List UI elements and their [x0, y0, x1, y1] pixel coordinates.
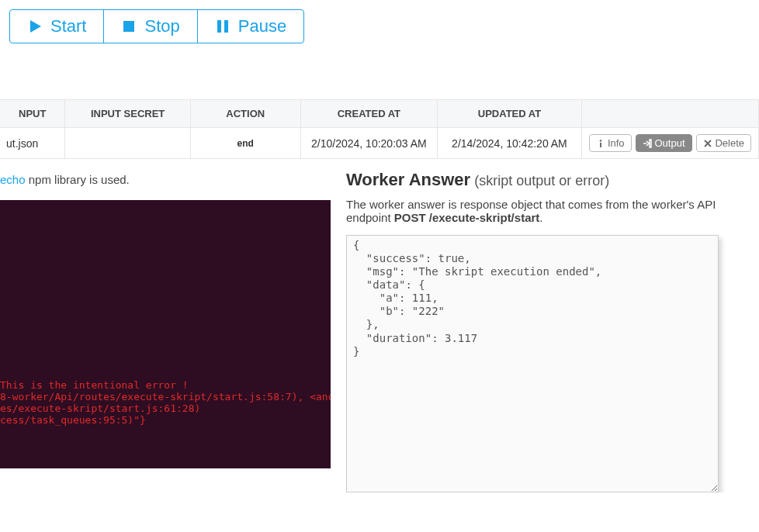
svg-point-3: [600, 140, 602, 142]
jobs-table: NPUT INPUT SECRET ACTION CREATED AT UPDA…: [0, 99, 759, 159]
pause-icon: [215, 19, 230, 34]
svg-rect-4: [600, 143, 601, 147]
start-label: Start: [50, 16, 86, 36]
col-action: ACTION: [190, 100, 300, 128]
output-button[interactable]: Output: [636, 134, 691, 152]
start-button[interactable]: Start: [9, 9, 104, 43]
stop-label: Stop: [144, 16, 179, 36]
info-button[interactable]: Info: [589, 134, 632, 152]
cell-secret: [65, 128, 190, 159]
play-icon: [27, 19, 43, 34]
bottom-section: echo npm library is used. This is the in…: [0, 159, 759, 492]
pause-label: Pause: [238, 16, 286, 36]
cell-input: ut.json: [0, 128, 65, 159]
col-input: NPUT: [0, 100, 65, 128]
table-row: ut.json end 2/10/2024, 10:20:03 AM 2/14/…: [0, 128, 759, 159]
cell-actions: Info Output Delete: [581, 128, 758, 159]
delete-button[interactable]: Delete: [696, 134, 751, 152]
worker-answer-output[interactable]: { "success": true, "msg": "The skript ex…: [346, 235, 719, 492]
table-header-row: NPUT INPUT SECRET ACTION CREATED AT UPDA…: [0, 100, 759, 128]
stop-icon: [121, 19, 137, 34]
pause-button[interactable]: Pause: [197, 9, 304, 43]
cell-updated: 2/14/2024, 10:42:20 AM: [438, 128, 582, 159]
control-toolbar: Start Stop Pause: [0, 0, 759, 53]
cell-created: 2/10/2024, 10:20:03 AM: [300, 128, 437, 159]
worker-answer-panel: Worker Answer (skript output or error) T…: [331, 159, 759, 492]
library-text: npm library is used.: [26, 173, 130, 186]
col-created: CREATED AT: [300, 100, 437, 128]
svg-rect-0: [123, 21, 134, 32]
worker-answer-title: Worker Answer (skript output or error): [346, 170, 743, 190]
col-secret: INPUT SECRET: [65, 100, 190, 128]
close-icon: [703, 139, 712, 148]
svg-rect-2: [224, 20, 228, 33]
info-icon: [596, 139, 605, 148]
terminal-error-text: This is the intentional error ! 8-worker…: [0, 379, 331, 426]
library-info: echo npm library is used.: [0, 159, 331, 200]
stop-button[interactable]: Stop: [103, 9, 197, 43]
col-actions: [581, 100, 758, 128]
output-icon: [643, 139, 652, 148]
svg-rect-1: [217, 20, 221, 33]
worker-answer-desc: The worker answer is response object tha…: [346, 198, 743, 224]
cell-action: end: [190, 128, 300, 159]
left-col: echo npm library is used. This is the in…: [0, 159, 331, 468]
col-updated: UPDATED AT: [438, 100, 582, 128]
library-link[interactable]: echo: [0, 173, 26, 186]
terminal: This is the intentional error ! 8-worker…: [0, 200, 331, 468]
